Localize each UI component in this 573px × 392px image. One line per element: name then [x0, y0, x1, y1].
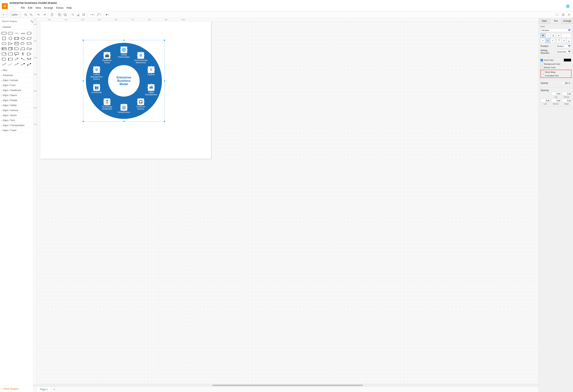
fullscreen-icon[interactable]	[555, 12, 560, 17]
shadow-icon[interactable]	[81, 12, 86, 17]
valign-bottom-button[interactable]: ⊥	[567, 38, 571, 43]
search-input[interactable]	[1, 19, 30, 23]
connection-icon[interactable]: ▾	[89, 12, 95, 17]
line-color-icon[interactable]	[76, 12, 81, 17]
menu-file[interactable]: File	[19, 6, 27, 10]
canvas[interactable]: EnterpriseBusinessModel 🌐GlobalPartnersh…	[37, 21, 538, 384]
font-family-select[interactable]: Verdana	[540, 28, 571, 32]
delete-icon[interactable]	[49, 12, 54, 17]
resize-handle[interactable]	[83, 121, 84, 122]
shape-callout[interactable]	[14, 52, 20, 56]
more-shapes-button[interactable]: More Shapes...	[0, 385, 33, 392]
category-signs-travel[interactable]: Signs / Travel	[0, 128, 33, 133]
tab-arrange[interactable]: Arrange	[561, 18, 573, 24]
shape-arrow-ne[interactable]	[14, 57, 20, 62]
spacing-right[interactable]	[562, 99, 571, 102]
shape-cylinder[interactable]	[14, 41, 20, 46]
shape-dashed[interactable]	[7, 62, 13, 67]
spacing-left[interactable]	[540, 99, 550, 102]
diagram-node[interactable]: 🏅TechnologyCertificates	[99, 98, 115, 110]
bg-color-checkbox[interactable]	[540, 63, 543, 65]
tab-text[interactable]: Text	[550, 18, 562, 24]
word-wrap-checkbox[interactable]	[542, 71, 544, 73]
category-signs-animals[interactable]: Signs / Animals	[0, 78, 33, 83]
diagram-node[interactable]: €Finance	[143, 66, 160, 76]
insert-icon[interactable]: +▾	[104, 12, 110, 17]
center-label[interactable]: EnterpriseBusinessModel	[111, 76, 137, 86]
diagram-node[interactable]: 👥Community	[88, 84, 105, 93]
shape-cube[interactable]	[7, 46, 13, 51]
diagram-node[interactable]: 🏢Infrastructure	[116, 104, 132, 113]
zoom-dropdown[interactable]: 100%	[10, 12, 20, 17]
category-signs-sports[interactable]: Signs / Sports	[0, 113, 33, 118]
shape-rect[interactable]	[1, 31, 7, 36]
bold-button[interactable]: B	[540, 33, 545, 38]
diagram-node[interactable]: ⚙CentralManagementService	[88, 66, 105, 80]
shape-tape[interactable]	[26, 46, 32, 51]
shape-line-arrow2[interactable]	[20, 62, 26, 67]
shape-internal[interactable]	[1, 46, 7, 51]
search-shapes[interactable]: 🔍	[0, 18, 33, 25]
page-tab[interactable]: Page-1	[36, 387, 51, 392]
shape-text[interactable]: Text	[14, 31, 20, 36]
shape-line[interactable]	[1, 62, 7, 67]
to-front-icon[interactable]	[57, 12, 62, 17]
pages-menu-icon[interactable]: ⋮	[33, 388, 36, 391]
resize-handle[interactable]	[83, 80, 84, 82]
shape-process[interactable]	[14, 36, 20, 41]
resize-handle[interactable]	[123, 39, 125, 41]
redo-icon[interactable]	[42, 12, 47, 17]
menu-view[interactable]: View	[34, 6, 42, 10]
vertical-text-button[interactable]: ⇵	[556, 33, 561, 38]
drawing-page[interactable]: EnterpriseBusinessModel 🌐GlobalPartnersh…	[40, 21, 211, 159]
to-back-icon[interactable]	[62, 12, 68, 17]
valign-middle-button[interactable]: ┿	[562, 38, 566, 43]
shape-cloud[interactable]	[20, 41, 26, 46]
format-panel-icon[interactable]	[560, 12, 566, 17]
shape-diamond[interactable]	[20, 36, 26, 41]
align-center-button[interactable]: ≡	[546, 38, 550, 43]
shape-textbox[interactable]: Heading	[20, 31, 26, 36]
diagram-node[interactable]: 📠ResponseGroup	[99, 52, 115, 64]
waypoints-icon[interactable]: ▾	[95, 12, 102, 17]
shape-square[interactable]	[1, 36, 7, 41]
shape-and[interactable]	[1, 57, 7, 62]
shape-hexagon[interactable]	[1, 41, 7, 46]
position-select[interactable]: Bottom	[556, 44, 571, 48]
menu-arrange[interactable]: Arrange	[42, 6, 55, 10]
resize-handle[interactable]	[164, 80, 165, 82]
valign-top-button[interactable]: T	[557, 38, 561, 43]
resize-handle[interactable]	[164, 39, 165, 41]
category-signs-transportation[interactable]: Signs / Transportation	[0, 123, 33, 128]
shape-line-arrow1[interactable]	[14, 62, 20, 67]
shape-roundrect[interactable]	[7, 31, 13, 36]
shape-arrow-nw[interactable]	[20, 57, 26, 62]
spacing-bottom[interactable]	[551, 99, 561, 102]
diagram-node[interactable]: 🌐GlobalPartnerships	[116, 47, 132, 58]
search-icon[interactable]: 🔍	[30, 20, 33, 23]
shape-circle[interactable]	[7, 36, 13, 41]
category-signs-safety[interactable]: Signs / Safety	[0, 103, 33, 108]
app-logo[interactable]	[2, 3, 8, 9]
category-signs-science[interactable]: Signs / Science	[0, 108, 33, 113]
fill-color-icon[interactable]	[70, 12, 75, 17]
category-signs-tech[interactable]: Signs / Tech	[0, 118, 33, 123]
shape-document[interactable]	[26, 41, 32, 46]
shape-actor[interactable]	[20, 52, 26, 56]
spacing-global[interactable]	[562, 92, 571, 95]
shape-parallelogram[interactable]	[26, 36, 32, 41]
spacing-top[interactable]	[551, 92, 561, 95]
category-signs-nature[interactable]: Signs / Nature	[0, 93, 33, 98]
align-left-button[interactable]: ≡	[540, 38, 545, 43]
shape-triangle[interactable]	[7, 41, 13, 46]
font-color-swatch[interactable]	[564, 59, 571, 62]
category-signs-people[interactable]: Signs / People	[0, 98, 33, 103]
italic-button[interactable]: I	[546, 33, 551, 38]
menu-extras[interactable]: Extras	[55, 6, 65, 10]
diagram-node[interactable]: 🏙DigitalDevelopment	[143, 84, 160, 96]
shape-line-bidir[interactable]	[26, 62, 32, 67]
category-general[interactable]: General	[0, 25, 33, 30]
font-color-checkbox[interactable]	[540, 59, 543, 61]
shape-note[interactable]	[1, 52, 7, 56]
category-misc[interactable]: Misc	[0, 68, 33, 73]
